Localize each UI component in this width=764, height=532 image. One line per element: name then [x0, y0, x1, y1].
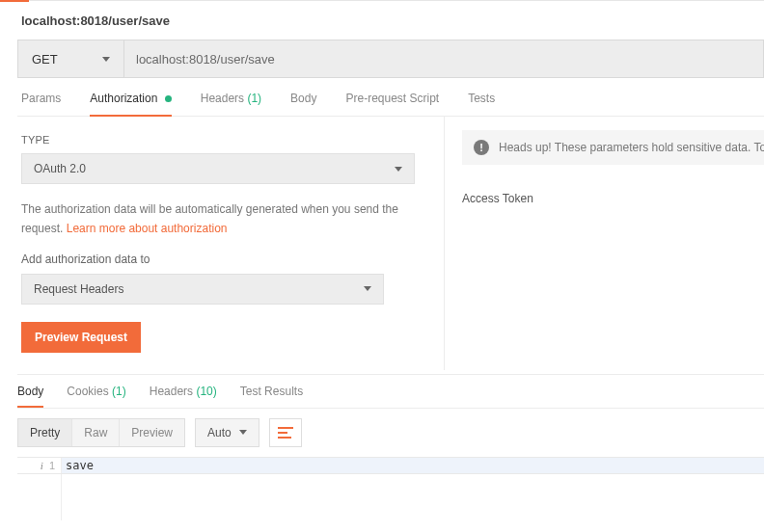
resp-tab-cookies[interactable]: Cookies (1)	[67, 385, 125, 406]
tab-headers[interactable]: Headers (1)	[201, 92, 261, 115]
line-number: 1	[49, 460, 55, 471]
response-viewer-toolbar: Pretty Raw Preview Auto	[17, 409, 764, 457]
auth-helper-text: The authorization data will be automatic…	[21, 200, 426, 239]
chevron-down-icon	[364, 286, 371, 291]
auth-type-value: OAuth 2.0	[34, 162, 86, 175]
tab-headers-count: (1)	[247, 92, 261, 105]
add-auth-to-value: Request Headers	[34, 282, 123, 296]
request-tab-header: localhost:8018/user/save	[17, 1, 764, 40]
view-mode-preview[interactable]: Preview	[119, 419, 184, 446]
info-glyph-icon: i	[41, 460, 43, 471]
add-auth-to-select[interactable]: Request Headers	[21, 274, 384, 305]
notice-text: Heads up! These parameters hold sensitiv…	[499, 141, 764, 154]
resp-tab-body-label: Body	[17, 385, 43, 398]
resp-tab-headers-count: (10)	[196, 385, 216, 398]
view-mode-segment: Pretty Raw Preview	[17, 418, 185, 447]
chevron-down-icon	[239, 430, 247, 435]
editor-gutter: i 1	[17, 458, 62, 473]
tab-prerequest-label: Pre-request Script	[345, 92, 439, 105]
response-body-content[interactable]: save	[62, 458, 764, 473]
resp-tab-cookies-count: (1)	[112, 385, 126, 398]
chevron-down-icon	[395, 167, 402, 172]
chevron-down-icon	[102, 57, 110, 62]
tab-params-label: Params	[21, 92, 61, 105]
request-tab-title: localhost:8018/user/save	[17, 13, 170, 28]
wrap-lines-button[interactable]	[269, 418, 302, 447]
resp-tab-test-results[interactable]: Test Results	[240, 385, 303, 406]
view-mode-raw[interactable]: Raw	[71, 419, 119, 446]
preview-request-button[interactable]: Preview Request	[21, 322, 141, 353]
request-url-input[interactable]	[124, 40, 763, 77]
auth-type-select[interactable]: OAuth 2.0	[21, 153, 415, 184]
tab-body-label: Body	[290, 92, 316, 105]
learn-more-link[interactable]: Learn more about authorization	[67, 222, 228, 235]
response-body-line: i 1 save	[17, 457, 764, 474]
sensitive-data-notice: ! Heads up! These parameters hold sensit…	[462, 130, 764, 165]
view-mode-pretty[interactable]: Pretty	[18, 419, 71, 446]
tab-prerequest[interactable]: Pre-request Script	[345, 92, 439, 115]
resp-tab-test-results-label: Test Results	[240, 385, 303, 398]
tab-tests[interactable]: Tests	[468, 92, 495, 115]
active-tab-indicator	[0, 0, 29, 2]
info-icon: !	[474, 140, 489, 155]
view-mode-preview-label: Preview	[131, 426, 173, 439]
tab-authorization[interactable]: Authorization	[90, 92, 171, 117]
response-format-value: Auto	[207, 426, 232, 439]
request-bar: GET	[17, 40, 764, 78]
tab-params[interactable]: Params	[21, 92, 61, 115]
resp-tab-headers[interactable]: Headers (10)	[150, 385, 217, 406]
resp-tab-cookies-label: Cookies	[67, 385, 108, 398]
access-token-label: Access Token	[462, 192, 764, 205]
tab-headers-label: Headers	[201, 92, 244, 105]
response-tabs: Body Cookies (1) Headers (10) Test Resul…	[17, 374, 764, 409]
resp-tab-headers-label: Headers	[150, 385, 193, 398]
editor-empty-area	[17, 474, 764, 520]
tab-body[interactable]: Body	[290, 92, 316, 115]
editor-gutter-col	[17, 474, 62, 520]
wrap-lines-icon	[278, 427, 293, 439]
tab-tests-label: Tests	[468, 92, 495, 105]
http-method-select[interactable]: GET	[18, 40, 124, 77]
view-mode-pretty-label: Pretty	[30, 426, 60, 439]
tab-authorization-label: Authorization	[90, 92, 157, 105]
authorization-settings-pane: TYPE OAuth 2.0 The authorization data wi…	[17, 117, 444, 370]
auth-type-label: TYPE	[21, 134, 426, 146]
authorization-active-dot-icon	[165, 95, 172, 102]
authorization-details-pane: ! Heads up! These parameters hold sensit…	[444, 117, 764, 370]
view-mode-raw-label: Raw	[84, 426, 107, 439]
http-method-value: GET	[32, 52, 58, 66]
request-config-tabs: Params Authorization Headers (1) Body Pr…	[17, 78, 764, 117]
add-auth-to-label: Add authorization data to	[21, 253, 426, 266]
resp-tab-body[interactable]: Body	[17, 385, 43, 408]
response-format-select[interactable]: Auto	[195, 418, 259, 447]
